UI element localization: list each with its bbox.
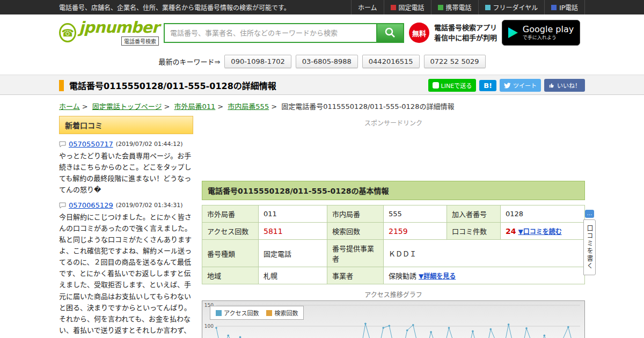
write-review-tab[interactable]: … 口コミを書く — [583, 210, 596, 275]
landline-square-icon — [391, 5, 396, 10]
breadcrumb-home[interactable]: ホーム — [59, 102, 80, 111]
search-count-label: 検索回数 — [327, 223, 384, 240]
gplay-title: Google play — [523, 25, 574, 34]
read-reviews-link[interactable]: ▼口コミを読む — [518, 228, 561, 236]
google-play-badge[interactable]: Google play で手に入れよう — [502, 20, 580, 46]
breadcrumb: ホーム> 固定電話トップページ> 市外局番011> 市内局番555> 固定電話番… — [59, 95, 585, 116]
site-logo[interactable]: ☎ jpnumber 電話番号検索 — [59, 20, 159, 46]
provider-value: ＫＤＤＩ — [384, 240, 585, 267]
area-code-label: 市外局番 — [202, 205, 259, 223]
breadcrumb-current: 固定電話番号0115550128/011-555-0128の詳細情報 — [281, 102, 454, 111]
logo-text: jpnumber — [79, 18, 159, 36]
topbar-nav-ipphone[interactable]: IP電話 — [544, 0, 585, 14]
page-title-bar: 電話番号0115550128/011-555-0128の詳細情報 LINEで送る… — [0, 75, 644, 95]
topbar: 電話番号、店舗名、企業名、住所、業種名から電話番号情報の検索が可能です。 ホーム… — [0, 0, 644, 14]
business-detail-link[interactable]: ▼詳細を見る — [419, 273, 456, 280]
app-promo: 電話番号検索アプリ 着信中に相手が判明 — [434, 23, 497, 43]
review-text: 今日解約にこじつけました。とにかく皆さんの口コミがあったので強く言えました。 私… — [59, 211, 193, 338]
access-trend-chart: 050100150 アクセス回数 検索回数 — [202, 300, 585, 338]
like-label: いいね！ — [557, 81, 581, 90]
keyword-button-1[interactable]: 090-1098-1702 — [224, 55, 291, 68]
ipphone-square-icon — [551, 5, 557, 10]
nav-label: ホーム — [358, 3, 377, 12]
topbar-nav-landline[interactable]: 固定電話 — [384, 0, 431, 14]
business-label: 事業者 — [327, 267, 384, 284]
sponsored-link-label: スポンサードリンク — [202, 116, 585, 129]
search-series-swatch — [266, 310, 272, 316]
table-row: 市外局番 011 市内局番 555 加入者番号 0128 — [202, 205, 585, 223]
breadcrumb-city-code[interactable]: 市内局番555 — [228, 102, 269, 111]
site-description: 電話番号、店舗名、企業名、住所、業種名から電話番号情報の検索が可能です。 — [59, 3, 290, 12]
city-code-value: 555 — [384, 205, 447, 223]
chart-title: アクセス推移グラフ — [202, 290, 585, 299]
tweet-button[interactable]: ツイート — [500, 79, 541, 92]
search-button[interactable] — [377, 23, 404, 43]
play-triangle-icon — [508, 27, 518, 38]
review-count-label: 口コミ件数 — [447, 223, 501, 240]
region-label: 地域 — [202, 267, 259, 284]
review-count-cell: 24▼口コミを読む — [501, 223, 585, 240]
facebook-like-button[interactable]: いいね！ — [544, 79, 585, 92]
review-item: 0570065129 (2019/07/02 01:34:31) 今日解約にこじ… — [59, 201, 193, 338]
keyword-button-3[interactable]: 0442016515 — [362, 55, 420, 68]
comment-dots-icon: … — [585, 210, 594, 218]
keywords-label: 最新のキーワード⇒ — [158, 56, 220, 67]
latest-keywords-row: 最新のキーワード⇒ 090-1098-1702 03-6805-8988 044… — [0, 51, 644, 75]
share-buttons: LINEで送る B! ツイート いいね！ — [428, 79, 585, 92]
breadcrumb-separator: > — [271, 102, 277, 111]
nav-label: 固定電話 — [399, 3, 425, 12]
breadcrumb-landline-top[interactable]: 固定電話トップページ — [92, 102, 162, 111]
line-share-button[interactable]: LINEで送る — [428, 79, 477, 92]
search-icon — [384, 27, 396, 39]
write-review-label: 口コミを書く — [583, 219, 596, 275]
breadcrumb-separator: > — [164, 102, 170, 111]
topbar-nav-home[interactable]: ホーム — [351, 0, 384, 14]
basic-info-title: 電話番号0115550128/011-555-0128の基本情報 — [202, 181, 585, 200]
content-area: 新着口コミ 0570550717 (2019/07/02 01:44:12) や… — [59, 116, 585, 338]
city-code-label: 市内局番 — [327, 205, 384, 223]
subscriber-label: 加入者番号 — [447, 205, 501, 223]
freedial-square-icon — [485, 5, 491, 10]
line-share-label: LINEで送る — [441, 81, 472, 90]
access-count-label: アクセス回数 — [202, 223, 259, 240]
ad-space — [202, 129, 585, 181]
chart-legend: アクセス回数 検索回数 — [210, 306, 304, 320]
access-series-swatch — [216, 310, 222, 316]
review-phone-link[interactable]: 0570065129 — [69, 201, 113, 209]
nav-label: IP電話 — [559, 3, 578, 12]
business-value: 保険勧誘 — [389, 272, 416, 280]
area-code-value: 011 — [259, 205, 327, 223]
title-accent-bar — [59, 80, 64, 91]
mobile-square-icon — [438, 5, 443, 10]
review-text: やっとたどり着いた会員専用ページ。お手続きはこちらからのとこ。どこをタップしても… — [59, 150, 193, 195]
review-item: 0570550717 (2019/07/02 01:44:12) やっとたどり着… — [59, 140, 193, 195]
access-count-value: 5811 — [259, 223, 327, 240]
provider-label: 番号提供事業者 — [327, 240, 384, 267]
breadcrumb-separator: > — [217, 102, 223, 111]
breadcrumb-area-code[interactable]: 市外局番011 — [174, 102, 215, 111]
hatena-bookmark-button[interactable]: B! — [479, 80, 496, 91]
gplay-subtitle: で手に入れよう — [523, 34, 574, 41]
main-column: スポンサードリンク 電話番号0115550128/011-555-0128の基本… — [202, 116, 585, 338]
search-count-value: 2159 — [384, 223, 447, 240]
business-cell: 保険勧誘▼詳細を見る — [384, 267, 585, 284]
search-bar — [164, 23, 404, 43]
table-row: アクセス回数 5811 検索回数 2159 口コミ件数 24▼口コミを読む — [202, 223, 585, 240]
topbar-nav-freedial[interactable]: フリーダイヤル — [478, 0, 545, 14]
svg-text:100: 100 — [204, 324, 214, 329]
access-series-label: アクセス回数 — [224, 308, 259, 317]
thumbs-up-icon — [548, 82, 555, 89]
basic-info-table: 市外局番 011 市内局番 555 加入者番号 0128 アクセス回数 5811… — [202, 205, 585, 284]
keyword-button-4[interactable]: 0722 52 5029 — [424, 55, 486, 68]
search-input[interactable] — [164, 23, 377, 43]
review-phone-link[interactable]: 0570550717 — [69, 140, 113, 148]
table-row: 地域 札幌 事業者 保険勧誘▼詳細を見る — [202, 267, 585, 284]
gplay-text-block: Google play で手に入れよう — [523, 25, 574, 41]
search-series-label: 検索回数 — [274, 308, 298, 317]
topbar-nav-mobile[interactable]: 携帯電話 — [431, 0, 478, 14]
legend-access: アクセス回数 — [216, 308, 259, 317]
keyword-button-2[interactable]: 03-6805-8988 — [296, 55, 358, 68]
legend-search: 検索回数 — [266, 308, 298, 317]
review-count-value: 24 — [506, 227, 516, 236]
number-type-label: 番号種類 — [202, 240, 259, 267]
